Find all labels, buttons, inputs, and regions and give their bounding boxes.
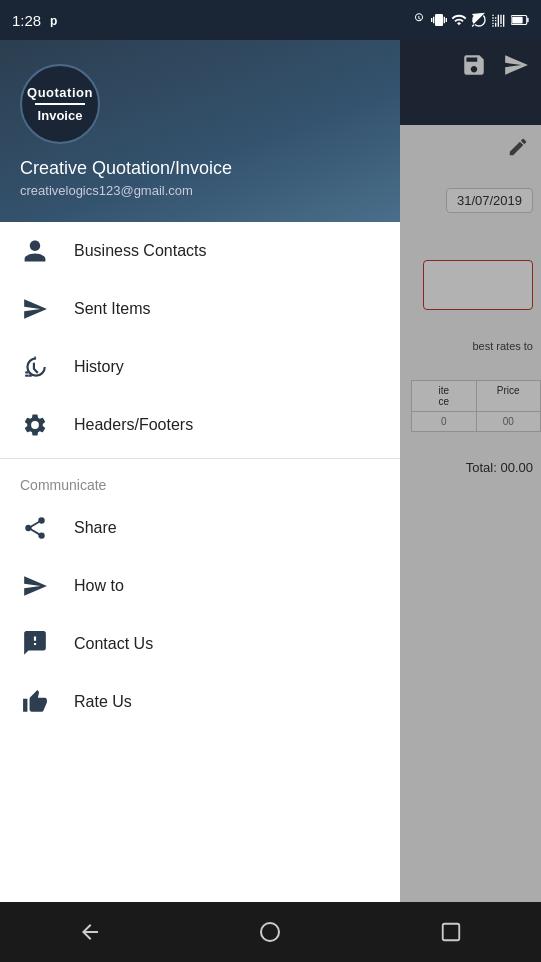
- menu-label-sent-items: Sent Items: [74, 300, 150, 318]
- menu-item-business-contacts[interactable]: Business Contacts: [0, 222, 400, 280]
- menu-item-sent-items[interactable]: Sent Items: [0, 280, 400, 338]
- menu-item-history[interactable]: History: [0, 338, 400, 396]
- menu-divider: [0, 458, 400, 459]
- home-button[interactable]: [240, 902, 300, 962]
- wifi-icon: [451, 12, 467, 28]
- battery-icon: [511, 12, 529, 28]
- logo-text-bottom: Invoice: [38, 108, 83, 123]
- signal-x-icon: [471, 12, 487, 28]
- drawer-app-name: Creative Quotation/Invoice: [20, 158, 232, 179]
- status-bar-right: [411, 12, 529, 28]
- svg-point-7: [261, 923, 279, 941]
- history-icon: [20, 352, 50, 382]
- menu-item-rate-us[interactable]: Rate Us: [0, 673, 400, 731]
- svg-rect-2: [512, 17, 523, 24]
- vibrate-icon: [431, 12, 447, 28]
- svg-text:p: p: [50, 14, 57, 27]
- thumbsup-icon: [20, 687, 50, 717]
- drawer-menu: Business Contacts Sent Items History Hea…: [0, 222, 400, 922]
- svg-rect-3: [527, 18, 529, 23]
- menu-label-history: History: [74, 358, 124, 376]
- logo-divider: [35, 103, 85, 105]
- menu-item-headers-footers[interactable]: Headers/Footers: [0, 396, 400, 454]
- alarm-icon: [411, 12, 427, 28]
- status-bar-left: 1:28 p: [12, 11, 65, 29]
- svg-rect-5: [25, 375, 28, 377]
- drawer-email: creativelogics123@gmail.com: [20, 183, 193, 198]
- navigation-drawer: Quotation Invoice Creative Quotation/Inv…: [0, 40, 400, 922]
- menu-label-how-to: How to: [74, 577, 124, 595]
- menu-label-contact-us: Contact Us: [74, 635, 153, 653]
- logo-text-top: Quotation: [27, 85, 93, 100]
- status-bar: 1:28 p: [0, 0, 541, 40]
- svg-rect-6: [29, 375, 32, 377]
- menu-label-business-contacts: Business Contacts: [74, 242, 207, 260]
- person-icon: [20, 236, 50, 266]
- menu-label-headers-footers: Headers/Footers: [74, 416, 193, 434]
- menu-label-rate-us: Rate Us: [74, 693, 132, 711]
- recent-apps-button[interactable]: [421, 902, 481, 962]
- menu-section-communicate: Communicate: [0, 463, 400, 499]
- menu-item-share[interactable]: Share: [0, 499, 400, 557]
- app-logo: Quotation Invoice: [20, 64, 100, 144]
- menu-item-contact-us[interactable]: Contact Us: [0, 615, 400, 673]
- svg-rect-8: [443, 924, 460, 941]
- svg-rect-4: [25, 371, 28, 373]
- status-time: 1:28: [12, 12, 41, 29]
- contact-icon: [20, 629, 50, 659]
- menu-item-how-to[interactable]: How to: [0, 557, 400, 615]
- gear-icon: [20, 410, 50, 440]
- howto-icon: [20, 571, 50, 601]
- menu-label-share: Share: [74, 519, 117, 537]
- signal-x2-icon: [491, 12, 507, 28]
- back-button[interactable]: [60, 902, 120, 962]
- send-icon-menu: [20, 294, 50, 324]
- share-icon: [20, 513, 50, 543]
- p-icon: p: [47, 11, 65, 29]
- drawer-header: Quotation Invoice Creative Quotation/Inv…: [0, 40, 400, 222]
- bottom-nav: [0, 902, 541, 962]
